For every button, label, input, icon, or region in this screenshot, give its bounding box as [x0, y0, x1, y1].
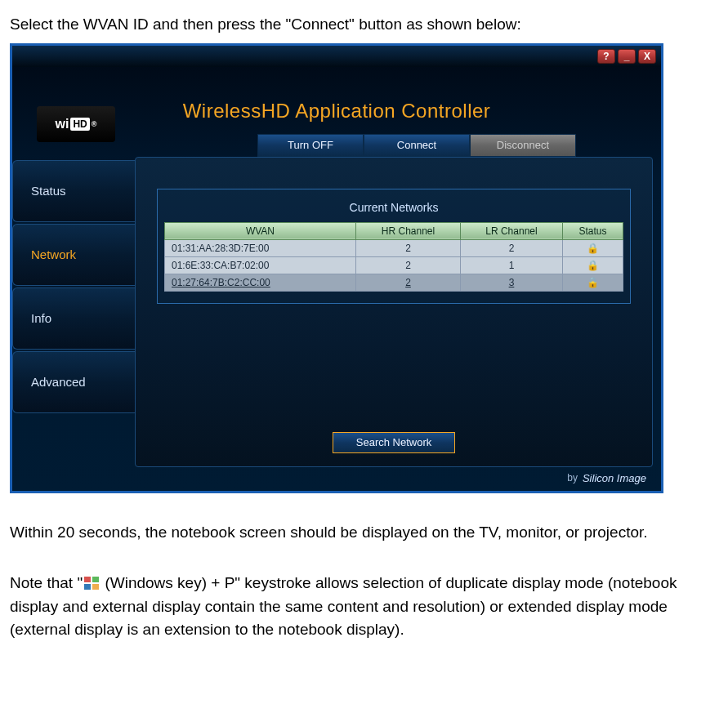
- cell-lr: 2: [461, 239, 563, 256]
- lock-icon: 🔒: [587, 243, 599, 254]
- cell-status: 🔒: [562, 239, 623, 256]
- cell-wvan: 01:27:64:7B:C2:CC:00: [165, 274, 356, 291]
- sidebar: Status Network Info Advanced: [12, 157, 135, 467]
- header-area: wiHD® WirelessHD Application Controller …: [12, 67, 661, 157]
- cell-lr: 1: [461, 256, 563, 274]
- cell-wvan: 01:31:AA:28:3D:7E:00: [165, 239, 356, 256]
- current-networks-title: Current Networks: [164, 196, 623, 222]
- col-wvan: WVAN: [165, 222, 356, 239]
- turn-off-button[interactable]: Turn OFF: [257, 134, 364, 157]
- search-network-button[interactable]: Search Network: [333, 432, 455, 453]
- network-row[interactable]: 01:31:AA:28:3D:7E:0022🔒: [165, 239, 623, 256]
- col-status: Status: [562, 222, 623, 239]
- cell-status: 🔒: [562, 256, 623, 274]
- close-button[interactable]: X: [638, 49, 656, 64]
- networks-header-row: WVAN HR Channel LR Channel Status: [165, 222, 623, 239]
- minimize-button[interactable]: _: [618, 49, 636, 64]
- disconnect-button[interactable]: Disconnect: [470, 134, 576, 157]
- main-panel: Current Networks WVAN HR Channel LR Chan…: [135, 157, 653, 467]
- network-row[interactable]: 01:27:64:7B:C2:CC:0023🔒: [165, 274, 623, 291]
- col-hr: HR Channel: [355, 222, 460, 239]
- current-networks-panel: Current Networks WVAN HR Channel LR Chan…: [157, 189, 631, 304]
- cell-hr: 2: [355, 239, 460, 256]
- lock-icon: 🔒: [587, 260, 599, 271]
- note-prefix: Note that ": [10, 574, 83, 591]
- sidebar-tab-network[interactable]: Network: [12, 224, 135, 286]
- app-window: ? _ X wiHD® WirelessHD Application Contr…: [10, 43, 663, 493]
- cell-hr: 2: [355, 256, 460, 274]
- col-lr: LR Channel: [461, 222, 563, 239]
- after-text-1: Within 20 seconds, the notebook screen s…: [10, 521, 718, 545]
- body-area: Status Network Info Advanced Current Net…: [12, 157, 661, 467]
- network-row[interactable]: 01:6E:33:CA:B7:02:0021🔒: [165, 256, 623, 274]
- silicon-image-logo: Silicon Image: [583, 472, 646, 484]
- windows-key-icon: [84, 577, 99, 590]
- sidebar-tab-advanced[interactable]: Advanced: [12, 351, 135, 413]
- cell-hr: 2: [355, 274, 460, 291]
- lock-icon: 🔒: [587, 277, 599, 288]
- footer: by Silicon Image: [12, 467, 661, 491]
- app-title: WirelessHD Application Controller: [12, 100, 661, 123]
- titlebar: ? _ X: [12, 46, 661, 67]
- sidebar-tab-info[interactable]: Info: [12, 287, 135, 350]
- networks-table: WVAN HR Channel LR Channel Status 01:31:…: [164, 222, 623, 292]
- connect-button[interactable]: Connect: [364, 134, 470, 157]
- sidebar-tab-status[interactable]: Status: [12, 160, 135, 222]
- top-button-bar: Turn OFF Connect Disconnect: [257, 134, 576, 157]
- note-text: Note that " (Windows key) + P" keystroke…: [10, 572, 718, 642]
- cell-lr: 3: [461, 274, 563, 291]
- cell-wvan: 01:6E:33:CA:B7:02:00: [165, 256, 356, 274]
- footer-by-text: by: [567, 472, 578, 484]
- help-button[interactable]: ?: [597, 49, 615, 64]
- intro-text: Select the WVAN ID and then press the "C…: [10, 13, 718, 37]
- cell-status: 🔒: [562, 274, 623, 291]
- note-suffix: (Windows key) + P" keystroke allows sele…: [10, 574, 677, 638]
